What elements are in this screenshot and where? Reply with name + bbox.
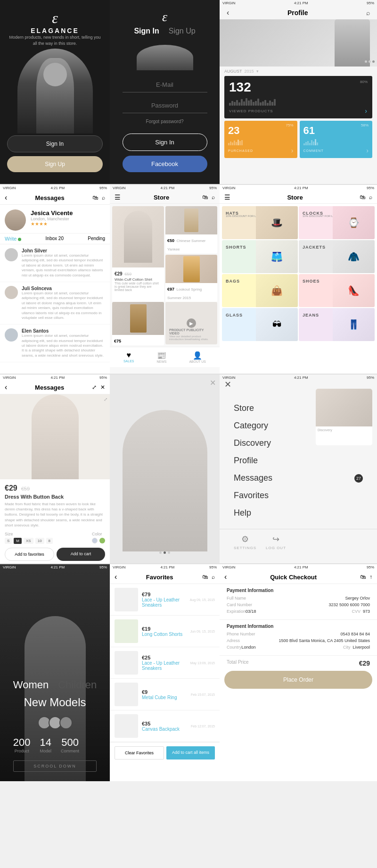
search-icon[interactable]: ⌕ xyxy=(366,9,370,17)
bag-icon[interactable]: 🛍 xyxy=(92,194,98,201)
bag-icon[interactable]: 🛍 xyxy=(202,194,208,200)
dot-2[interactable] xyxy=(164,551,166,554)
clear-favorites-button[interactable]: Clear Favorites xyxy=(115,746,164,760)
msg-text-2: Lorem ipsum dolor sit amet, consectetur … xyxy=(22,291,105,320)
store-item-3[interactable]: €97 Lookout Spring Summer 2015 xyxy=(165,255,217,302)
tab-signin[interactable]: Sign In xyxy=(134,27,159,35)
store-item-1[interactable]: €29 €59 Wide-Cuff Cotton Shirt This cute… xyxy=(112,206,164,302)
category-jackets[interactable]: JACKETS 🧥 xyxy=(299,240,375,273)
fav-item-1[interactable]: €79 Lace - Up Leather Sneakers Aug 09, 1… xyxy=(110,584,220,616)
store-tab-news[interactable]: 📰 NEWS xyxy=(156,351,166,363)
store-video[interactable]: ▶ PRODUCT PUBLICITY VIDEO View our detai… xyxy=(165,302,217,344)
dot-1[interactable] xyxy=(159,551,162,554)
tab-children[interactable]: Children xyxy=(58,679,97,691)
size-xs[interactable]: XS xyxy=(24,538,33,544)
store-tab-aboutus[interactable]: 👤 ABOUT US xyxy=(189,351,206,363)
add-favorites-button[interactable]: Add to favorites xyxy=(5,548,54,561)
hamburger-icon[interactable]: ☰ xyxy=(115,193,121,201)
write-link[interactable]: Write xyxy=(5,236,16,242)
favorites-action-buttons: Clear Favorites Add to cart all items xyxy=(110,742,220,763)
add-cart-button[interactable]: Add to cart xyxy=(57,548,105,561)
checkout-title: Quick Checkout xyxy=(270,574,317,581)
back-icon[interactable]: ‹ xyxy=(115,573,117,581)
message-item-1[interactable]: John Silver Lorem ipsum dolor sit amet, … xyxy=(0,244,110,282)
splash-tagline: Modern products, new trends in short, te… xyxy=(7,34,103,46)
fav-item-4[interactable]: €9 Metal Cube Ring Feb 15:07, 2015 xyxy=(110,679,220,710)
size-s[interactable]: S xyxy=(5,538,12,544)
store-tab-sales[interactable]: ♥ SALES xyxy=(123,351,134,363)
store-item-4[interactable]: €75 xyxy=(112,302,164,345)
category-status-bar: VIRGIN 4:21 PM 95% xyxy=(0,564,110,570)
storecats-nav-bar: ☰ Store 🛍 ⌕ xyxy=(220,191,377,204)
dot-3[interactable] xyxy=(168,551,170,554)
message-item-3[interactable]: Elen Santos Lorem ipsum dolor sit amet, … xyxy=(0,325,110,362)
splash-hero-image xyxy=(17,49,93,134)
menu-close-icon[interactable]: ✕ xyxy=(224,379,231,390)
bag-icon[interactable]: 🛍 xyxy=(360,574,366,580)
signin-button[interactable]: Sign In xyxy=(123,134,207,151)
msg-name-3: Elen Santos xyxy=(22,328,105,334)
search-icon[interactable]: ⌕ xyxy=(212,194,215,200)
profile-screen: VIRGIN 4:21 PM 95% ‹ Profile ⌕ AUGUST 20… xyxy=(220,0,377,184)
share-icon[interactable]: ↑ xyxy=(369,574,372,580)
category-shoes[interactable]: SHOES 👠 xyxy=(299,274,375,307)
expand-icon[interactable]: ⤢ xyxy=(92,384,97,391)
color-green[interactable] xyxy=(99,538,105,543)
msg-name-1: John Silver xyxy=(22,248,47,253)
expand-icon-2[interactable]: ⤢ xyxy=(104,397,107,402)
menu-item-profile[interactable]: Profile xyxy=(234,452,363,469)
menu-settings[interactable]: ⚙ SETTINGS xyxy=(234,534,256,550)
tab-women[interactable]: Women xyxy=(13,679,49,691)
splash-signup-button[interactable]: Sign Up xyxy=(7,156,103,172)
scroll-down-button[interactable]: SCROOL DOWN xyxy=(13,760,97,772)
fav-item-5[interactable]: €35 Canvas Backpack Feb 12:07, 2015 xyxy=(110,710,220,742)
forgot-password-link[interactable]: Forgot password? xyxy=(146,119,183,124)
facebook-button[interactable]: Facebook xyxy=(123,156,207,172)
message-item-2[interactable]: Juli Solnceva Lorem ipsum dolor sit amet… xyxy=(0,282,110,325)
size-8[interactable]: 8 xyxy=(46,538,53,544)
category-glass[interactable]: GLASS 🕶 xyxy=(222,308,298,341)
category-shorts[interactable]: SHORTS 🩳 xyxy=(222,240,298,273)
close-icon[interactable]: ✕ xyxy=(100,384,105,391)
size-10[interactable]: 10 xyxy=(35,538,44,544)
menu-logout[interactable]: ↪ LOG OUT xyxy=(266,534,286,550)
product-info: €29 €59 Dress With Button Back Made from… xyxy=(0,479,110,563)
back-icon[interactable]: ‹ xyxy=(5,193,7,202)
search-icon[interactable]: ⌕ xyxy=(369,194,372,200)
menu-item-messages[interactable]: Messages 27 xyxy=(234,469,363,487)
menu-item-help[interactable]: Help xyxy=(234,504,363,522)
product-image-dots xyxy=(159,551,170,554)
search-icon[interactable]: ⌕ xyxy=(212,574,215,580)
back-icon[interactable]: ‹ xyxy=(227,8,229,17)
favorites-status-bar: VIRGIN 4:21 PM 95% xyxy=(110,564,220,570)
bag-icon[interactable]: 🛍 xyxy=(202,574,208,580)
category-bags[interactable]: BAGS 👜 xyxy=(222,274,298,307)
tab-signup[interactable]: Sign Up xyxy=(169,27,196,35)
bag-icon[interactable]: 🛍 xyxy=(360,194,365,200)
color-light[interactable] xyxy=(92,538,98,543)
email-input[interactable] xyxy=(123,77,207,92)
category-hats[interactable]: HATS 10% DISCOUNT FOR LADIES HATS 🎩 xyxy=(222,206,298,239)
size-m[interactable]: M xyxy=(14,538,22,544)
store-nav-tabs: ♥ SALES 📰 NEWS 👤 ABOUT US xyxy=(110,347,220,367)
product-detail-screen: VIRGIN 4:21 PM 95% ‹ Messages ⤢ ✕ ⤢ €29 … xyxy=(0,375,110,563)
fav-item-2[interactable]: €19 Long Cotton Shorts Jun 09, 15, 2015 xyxy=(110,616,220,647)
back-icon[interactable]: ‹ xyxy=(5,383,7,392)
store-item-2[interactable]: €50 Chinese Summer Yankee xyxy=(165,206,217,253)
menu-item-favorites[interactable]: Favorites xyxy=(234,487,363,504)
category-jeans[interactable]: JEANS 👖 xyxy=(299,308,375,341)
back-icon[interactable]: ‹ xyxy=(224,573,227,581)
password-input[interactable] xyxy=(123,98,207,113)
category-clocks[interactable]: CLOCKS 10% DISCOUNT FOR LADIES CLOCKS ⌚ xyxy=(299,206,375,239)
checkout-nav-bar: ‹ Quick Checkout 🛍 ↑ xyxy=(220,570,377,584)
splash-signin-button[interactable]: Sign In xyxy=(7,135,103,152)
settings-icon: ⚙ xyxy=(241,534,249,544)
hamburger-icon[interactable]: ☰ xyxy=(224,193,230,201)
favorites-title: Favorites xyxy=(146,574,173,581)
search-icon[interactable]: ⌕ xyxy=(102,194,105,201)
add-all-to-cart-button[interactable]: Add to cart all items xyxy=(166,746,215,760)
place-order-button[interactable]: Place Order xyxy=(224,671,372,689)
close-icon[interactable]: ✕ xyxy=(210,378,216,387)
favorites-screen: VIRGIN 4:21 PM 95% ‹ Favorites 🛍 ⌕ €79 L… xyxy=(110,564,220,781)
fav-item-3[interactable]: €25 Lace - Up Leather Sneakers May 13:09… xyxy=(110,647,220,679)
